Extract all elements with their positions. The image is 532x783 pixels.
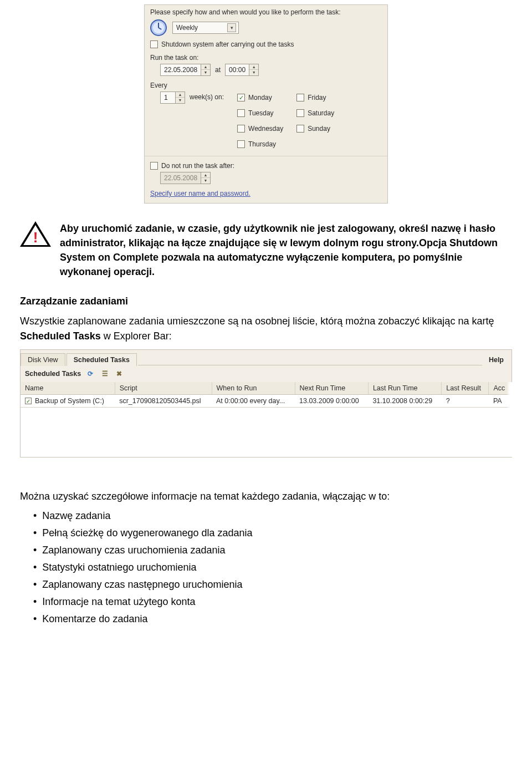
spin-down-icon[interactable]: ▼ bbox=[249, 70, 258, 75]
list-item: •Nazwę zadania bbox=[33, 510, 512, 522]
col-when[interactable]: When to Run bbox=[212, 382, 295, 395]
shutdown-checkbox[interactable] bbox=[150, 40, 158, 48]
list-item: •Zaplanowany czas następnego uruchomieni… bbox=[33, 579, 512, 591]
day-label: Wednesday bbox=[248, 125, 283, 133]
day-label: Monday bbox=[248, 94, 272, 101]
chevron-down-icon[interactable]: ▾ bbox=[227, 23, 236, 32]
properties-icon[interactable]: ☰ bbox=[100, 369, 110, 379]
cell-when: At 0:00:00 every day... bbox=[212, 395, 295, 408]
list-item: •Komentarze do zadania bbox=[33, 613, 512, 625]
not-after-date-input: 22.05.2008 ▲▼ bbox=[160, 172, 211, 184]
refresh-icon[interactable]: ⟳ bbox=[85, 369, 95, 379]
warning-icon: ! bbox=[20, 221, 51, 249]
list-item: •Statystyki ostatniego uruchomienia bbox=[33, 562, 512, 573]
day-tuesday-checkbox[interactable] bbox=[237, 109, 245, 117]
spin-up-icon[interactable]: ▲ bbox=[201, 64, 210, 70]
day-label: Tuesday bbox=[248, 109, 274, 117]
frequency-value: Weekly bbox=[176, 24, 198, 32]
spin-up-icon[interactable]: ▲ bbox=[249, 64, 258, 70]
schedule-panel: Please specify how and when would you li… bbox=[144, 4, 388, 204]
list-item: •Pełną ścieżkę do wygenerowanego dla zad… bbox=[33, 527, 512, 539]
delete-icon[interactable]: ✖ bbox=[114, 369, 124, 379]
every-count-input[interactable]: 1 ▲▼ bbox=[160, 91, 185, 104]
spin-down-icon[interactable]: ▼ bbox=[201, 70, 210, 75]
day-wednesday-checkbox[interactable] bbox=[237, 125, 245, 133]
tasks-table: Name Script When to Run Next Run Time La… bbox=[21, 382, 511, 407]
intro-paragraph: Wszystkie zaplanowane zadania umieszczon… bbox=[20, 314, 512, 344]
list-item: •Informacje na temat użytego konta bbox=[33, 596, 512, 608]
day-saturday-checkbox[interactable] bbox=[296, 109, 304, 117]
alert-text: Aby uruchomić zadanie, w czasie, gdy uży… bbox=[60, 221, 510, 279]
heading-manage-tasks: Zarządzanie zadaniami bbox=[20, 296, 512, 307]
spin-down-icon[interactable]: ▼ bbox=[176, 98, 185, 103]
day-sunday-checkbox[interactable] bbox=[296, 125, 304, 133]
day-label: Thursday bbox=[248, 140, 276, 148]
tab-scheduled-tasks[interactable]: Scheduled Tasks bbox=[66, 353, 137, 366]
detail-lead: Można uzyskać szczegółowe informacje na … bbox=[20, 491, 512, 502]
day-thursday-checkbox[interactable] bbox=[237, 140, 245, 148]
shutdown-label: Shutdown system after carrying out the t… bbox=[161, 40, 294, 48]
not-after-checkbox[interactable] bbox=[150, 162, 158, 170]
col-name[interactable]: Name bbox=[21, 382, 115, 395]
at-label: at bbox=[215, 66, 221, 74]
explorer-bar: Disk View Scheduled Tasks Help Scheduled… bbox=[20, 349, 512, 457]
day-label: Sunday bbox=[308, 125, 330, 133]
col-next[interactable]: Next Run Time bbox=[295, 382, 368, 395]
day-label: Friday bbox=[308, 94, 326, 101]
list-item: •Zaplanowany czas uruchomienia zadania bbox=[33, 545, 512, 556]
cell-script: scr_170908120503445.psl bbox=[115, 395, 212, 408]
specify-credentials-link[interactable]: Specify user name and password. bbox=[150, 190, 250, 197]
cell-next: 13.03.2009 0:00:00 bbox=[295, 395, 368, 408]
run-on-label: Run the task on: bbox=[150, 54, 382, 62]
schedule-prompt: Please specify how and when would you li… bbox=[150, 8, 382, 16]
not-after-label: Do not run the task after: bbox=[161, 162, 234, 170]
day-monday-checkbox[interactable]: ✓ bbox=[237, 94, 245, 101]
spin-up-icon[interactable]: ▲ bbox=[176, 92, 185, 98]
tab-help[interactable]: Help bbox=[482, 354, 510, 366]
col-last[interactable]: Last Run Time bbox=[368, 382, 441, 395]
spin-up-icon: ▲ bbox=[201, 172, 210, 178]
table-empty-area bbox=[21, 407, 511, 457]
task-enabled-checkbox[interactable]: ✓ bbox=[25, 398, 32, 404]
frequency-select[interactable]: Weekly ▾ bbox=[172, 22, 239, 34]
cropped-edge bbox=[507, 382, 512, 457]
cell-result: ? bbox=[442, 395, 489, 408]
spin-down-icon: ▼ bbox=[201, 178, 210, 184]
tab-disk-view[interactable]: Disk View bbox=[21, 353, 65, 366]
cell-name: Backup of System (C:) bbox=[35, 397, 104, 405]
table-row[interactable]: ✓Backup of System (C:) scr_1709081205034… bbox=[21, 395, 511, 408]
weeks-on-label: week(s) on: bbox=[190, 91, 224, 101]
day-friday-checkbox[interactable] bbox=[296, 94, 304, 101]
scheduled-tasks-subheader: Scheduled Tasks bbox=[25, 370, 81, 378]
every-label: Every bbox=[150, 82, 382, 89]
col-script[interactable]: Script bbox=[115, 382, 212, 395]
run-date-input[interactable]: 22.05.2008 ▲▼ bbox=[160, 64, 211, 76]
day-label: Saturday bbox=[308, 109, 334, 117]
clock-icon bbox=[150, 19, 167, 36]
days-grid: ✓Monday Tuesday Wednesday Thursday Frida… bbox=[237, 91, 334, 150]
run-time-input[interactable]: 00:00 ▲▼ bbox=[225, 64, 259, 76]
col-result[interactable]: Last Result bbox=[442, 382, 489, 395]
cell-last: 31.10.2008 0:00:29 bbox=[368, 395, 441, 408]
